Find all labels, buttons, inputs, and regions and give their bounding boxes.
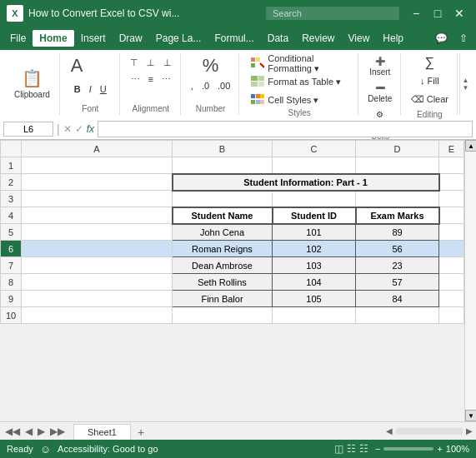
insert-function-icon[interactable]: fx: [87, 123, 94, 135]
title-search-input[interactable]: [266, 7, 399, 20]
cell-d3[interactable]: [356, 191, 439, 207]
decrease-decimal-button[interactable]: .00: [214, 78, 233, 93]
cell-reference-box[interactable]: L6: [3, 122, 53, 137]
zoom-slider[interactable]: [383, 447, 433, 451]
comma-button[interactable]: ,: [188, 78, 197, 93]
comment-icon-btn[interactable]: 💬: [430, 31, 453, 46]
sheet-nav-prev[interactable]: ◀: [23, 426, 34, 437]
cell-a7[interactable]: [22, 257, 173, 274]
col-header-d[interactable]: D: [356, 141, 439, 157]
menu-file[interactable]: File: [3, 30, 33, 47]
cell-b5[interactable]: John Cena: [173, 224, 273, 241]
cell-d10[interactable]: [356, 307, 439, 324]
cell-b1[interactable]: [173, 157, 273, 174]
cell-e1[interactable]: [439, 157, 464, 174]
cell-a1[interactable]: [22, 157, 173, 174]
align-bottom-button[interactable]: ⊥: [160, 55, 175, 70]
cell-e10[interactable]: [439, 307, 464, 324]
cell-c6[interactable]: 102: [273, 241, 356, 257]
scroll-left-button[interactable]: ◀: [386, 426, 393, 436]
sheet-nav-next[interactable]: ▶: [36, 426, 47, 437]
scroll-down-button[interactable]: ▼: [465, 410, 476, 421]
underline-button[interactable]: U: [97, 82, 110, 97]
menu-review[interactable]: Review: [295, 30, 341, 47]
cell-d5[interactable]: 89: [356, 224, 439, 241]
cell-a2[interactable]: [22, 174, 173, 191]
select-all-button[interactable]: [1, 141, 22, 157]
col-header-c[interactable]: C: [273, 141, 356, 157]
vertical-scrollbar[interactable]: ▲ ▼: [464, 140, 476, 421]
cell-c3[interactable]: [273, 191, 356, 207]
page-layout-icon[interactable]: ☷: [347, 443, 356, 455]
menu-data[interactable]: Data: [261, 30, 295, 47]
cell-a9[interactable]: [22, 291, 173, 307]
page-break-icon[interactable]: ☷: [359, 443, 368, 455]
cell-e3[interactable]: [439, 191, 464, 207]
cells-delete-button[interactable]: ➖ Delete: [365, 82, 395, 105]
cell-b7[interactable]: Dean Ambrose: [173, 257, 273, 274]
cell-a3[interactable]: [22, 191, 173, 207]
clear-button[interactable]: ⌫ Clear: [408, 92, 452, 107]
cell-d6[interactable]: 56: [356, 241, 439, 257]
cell-styles-button[interactable]: Cell Styles ▾: [246, 92, 323, 108]
normal-view-icon[interactable]: ◫: [334, 443, 343, 455]
cell-b6[interactable]: Roman Reigns: [173, 241, 273, 257]
cell-e5[interactable]: [439, 224, 464, 241]
cell-b8[interactable]: Seth Rollins: [173, 274, 273, 291]
scroll-up-button[interactable]: ▲: [465, 140, 476, 152]
cell-e4[interactable]: [439, 207, 464, 224]
cell-d7[interactable]: 23: [356, 257, 439, 274]
align-right-button[interactable]: ⋯: [158, 72, 174, 87]
cell-a8[interactable]: [22, 274, 173, 291]
align-left-button[interactable]: ⋯: [128, 72, 143, 87]
cell-a5[interactable]: [22, 224, 173, 241]
menu-view[interactable]: View: [342, 30, 377, 47]
cell-c1[interactable]: [273, 157, 356, 174]
scroll-right-button[interactable]: ▶: [466, 426, 473, 436]
menu-draw[interactable]: Draw: [113, 30, 149, 47]
formula-input[interactable]: [98, 121, 473, 137]
cell-c8[interactable]: 104: [273, 274, 356, 291]
autosum-button[interactable]: ∑: [422, 55, 438, 70]
cell-a10[interactable]: [22, 307, 173, 324]
cell-c10[interactable]: [273, 307, 356, 324]
font-icon[interactable]: A: [71, 55, 83, 77]
cell-e6[interactable]: [439, 241, 464, 257]
horizontal-scrollbar[interactable]: [396, 428, 463, 435]
enter-icon[interactable]: ✓: [75, 123, 83, 135]
cell-b9[interactable]: Finn Balor: [173, 291, 273, 307]
menu-insert[interactable]: Insert: [74, 30, 113, 47]
cells-insert-button[interactable]: ➕ Insert: [365, 55, 395, 78]
zoom-out-button[interactable]: −: [375, 444, 380, 454]
cell-d1[interactable]: [356, 157, 439, 174]
cell-c5[interactable]: 101: [273, 224, 356, 241]
cell-c9[interactable]: 105: [273, 291, 356, 307]
ribbon-scroll[interactable]: ▲ ▼: [459, 53, 471, 115]
close-button[interactable]: ✕: [449, 5, 469, 22]
zoom-in-button[interactable]: +: [437, 444, 442, 454]
cell-e9[interactable]: [439, 291, 464, 307]
paste-button[interactable]: 📋 Clipboard: [10, 60, 54, 108]
cell-c4-student-id[interactable]: Student ID: [273, 207, 356, 224]
col-header-b[interactable]: B: [173, 141, 273, 157]
increase-decimal-button[interactable]: .0: [198, 78, 213, 93]
cell-e7[interactable]: [439, 257, 464, 274]
cell-c7[interactable]: 103: [273, 257, 356, 274]
cell-d9[interactable]: 84: [356, 291, 439, 307]
italic-button[interactable]: I: [86, 82, 95, 97]
cell-d8[interactable]: 57: [356, 274, 439, 291]
fill-button[interactable]: ↓ Fill: [417, 73, 443, 88]
menu-home[interactable]: Home: [33, 30, 73, 47]
restore-button[interactable]: □: [428, 5, 448, 22]
student-title-cell[interactable]: Student Information: Part - 1: [173, 174, 439, 191]
sheet-tab-sheet1[interactable]: Sheet1: [73, 424, 131, 440]
share-icon-btn[interactable]: ⇧: [454, 31, 473, 46]
sheet-nav-first[interactable]: ◀◀: [3, 426, 22, 437]
cancel-icon[interactable]: ✕: [63, 123, 72, 135]
minimize-button[interactable]: −: [406, 5, 426, 22]
menu-formulas[interactable]: Formul...: [208, 30, 260, 47]
align-center-button[interactable]: ≡: [145, 72, 157, 87]
format-as-table-button[interactable]: Format as Table ▾: [246, 73, 346, 90]
cell-e2[interactable]: [439, 174, 464, 191]
menu-help[interactable]: Help: [376, 30, 410, 47]
